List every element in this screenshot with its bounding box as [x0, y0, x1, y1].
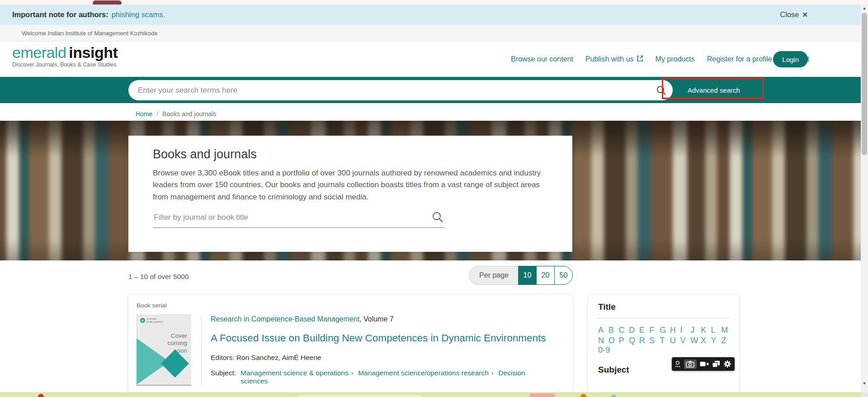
serial-volume: , Volume 7: [359, 315, 394, 323]
subject-label: Subject:: [211, 369, 236, 385]
letter-link[interactable]: B: [609, 326, 619, 335]
letter-link[interactable]: U: [670, 336, 680, 345]
subject-row: Subject: Management science & operations…: [211, 369, 553, 385]
taskbar-gray-dot[interactable]: [611, 394, 616, 397]
top-window-sliver: [0, 0, 868, 5]
letter-link[interactable]: Q: [629, 336, 639, 345]
notice-bar: Important note for authors: phishing sca…: [0, 5, 868, 25]
letter-link[interactable]: A: [598, 326, 609, 335]
divider: [201, 314, 202, 386]
welcome-text: Welcome Indian Institute of Management K…: [22, 30, 157, 37]
letter-link[interactable]: W: [690, 336, 701, 345]
copy-stack-icon[interactable]: [712, 360, 720, 368]
scroll-down-arrow[interactable]: ▼: [861, 380, 868, 387]
breadcrumb-separator: /: [156, 110, 158, 118]
search-band: Advanced search: [0, 77, 868, 103]
letter-link[interactable]: C: [618, 326, 629, 335]
letter-link[interactable]: J: [690, 326, 701, 335]
search-pill: [128, 80, 673, 100]
letter-link[interactable]: S: [649, 336, 660, 345]
taskbar-red-dot[interactable]: [38, 394, 44, 397]
external-link-icon: [637, 55, 643, 64]
letter-link[interactable]: I: [680, 326, 691, 335]
nav-item[interactable]: My products: [656, 55, 695, 63]
divider: [598, 318, 729, 318]
selection-options-icon[interactable]: [675, 361, 681, 368]
results-count: 1 – 10 of over 5000: [128, 273, 189, 281]
emerald-insight-logo[interactable]: emeraldinsight Discover Journals, Books …: [12, 44, 118, 68]
filter-search-icon[interactable]: [432, 211, 443, 225]
logo-word-emerald: emerald: [12, 44, 66, 61]
page-scrollbar[interactable]: ▲ ▼: [861, 5, 868, 392]
title-filter: [153, 209, 444, 228]
letter-link[interactable]: L: [711, 326, 722, 335]
filter-sidebar: Title A B C D E F G H I J: [588, 295, 739, 392]
per-page-option[interactable]: 20: [536, 266, 555, 285]
letter-link[interactable]: R: [639, 336, 650, 345]
book-editors: Editors: Ron Sanchez, AimÉ Heene: [211, 354, 553, 362]
subject-link[interactable]: Management science/operations research: [358, 369, 489, 377]
main-nav: Browse our content Publish with us My pr…: [511, 42, 809, 77]
letter-link[interactable]: X: [701, 336, 711, 345]
numeric-link[interactable]: 0-9: [598, 345, 610, 354]
book-info: Research in Competence-Based Management,…: [211, 314, 553, 386]
advanced-search-highlight-box: [662, 78, 764, 99]
letter-link[interactable]: T: [660, 336, 670, 345]
title-filter-input[interactable]: [153, 209, 444, 228]
video-camera-icon[interactable]: [700, 361, 709, 367]
letter-link[interactable]: H: [670, 326, 680, 335]
login-button[interactable]: Login: [773, 51, 808, 67]
letter-link[interactable]: G: [660, 326, 670, 335]
publisher-name: emerald: [146, 317, 163, 321]
camera-icon[interactable]: [684, 359, 697, 369]
letter-link[interactable]: D: [629, 326, 639, 335]
browser-tab-sliver[interactable]: [93, 0, 122, 5]
letter-link[interactable]: O: [609, 336, 619, 345]
per-page-option[interactable]: 10: [518, 266, 537, 285]
nav-item[interactable]: Register for a profile: [707, 55, 772, 63]
letter-link[interactable]: V: [680, 336, 691, 345]
letter-link[interactable]: Y: [711, 336, 722, 345]
scrollbar-thumb[interactable]: [862, 13, 867, 155]
page-description: Browse over 3,300 eBook titles and a por…: [153, 167, 547, 203]
per-page-control: Per page 10 20 50: [469, 266, 573, 285]
phishing-scams-link[interactable]: phishing scams.: [112, 10, 165, 19]
capture-toolbar-overlay: [672, 357, 735, 371]
letter-link[interactable]: N: [598, 336, 609, 345]
book-title-link[interactable]: A Focused Issue on Building New Competen…: [211, 332, 553, 344]
search-input[interactable]: [128, 80, 673, 100]
taskbar-orange-dot[interactable]: [580, 394, 586, 397]
welcome-strip: Welcome Indian Institute of Management K…: [0, 25, 868, 42]
notice-text: Important note for authors:: [12, 10, 108, 19]
taskbar-pink-item[interactable]: [530, 393, 555, 397]
letter-link[interactable]: F: [649, 326, 660, 335]
subject-link[interactable]: Management science & operations: [241, 369, 349, 377]
notice-close-button[interactable]: Close ✕: [780, 10, 808, 19]
gear-icon[interactable]: [723, 360, 731, 368]
nav-item-label: My products: [656, 55, 695, 63]
nav-item[interactable]: Publish with us: [585, 55, 643, 64]
logo-tagline: Discover Journals, Books & Case Studies: [12, 61, 118, 68]
letter-link[interactable]: M: [721, 326, 731, 335]
browser-viewport: Important note for authors: phishing sca…: [0, 0, 868, 397]
breadcrumb-home-link[interactable]: Home: [136, 110, 152, 118]
hero-section: Books and journals Browse over 3,300 eBo…: [0, 121, 868, 260]
letter-link[interactable]: K: [701, 326, 711, 335]
nav-item[interactable]: Browse our content: [511, 55, 573, 63]
alphabet-index: A B C D E F G H I J K L: [598, 326, 732, 345]
per-page-option[interactable]: 50: [554, 266, 573, 285]
logo-word-insight: insight: [69, 44, 118, 61]
book-cover-thumbnail[interactable]: e emerald PUBLISHING Cover coming soon: [137, 314, 191, 386]
search-result-card: Book serial e emerald PUBLISHING Cover c…: [128, 295, 573, 392]
scroll-up-arrow[interactable]: ▲: [861, 5, 868, 12]
breadcrumb-current: Books and journals: [162, 110, 216, 118]
taskbar-panel[interactable]: [297, 394, 422, 397]
serial-title-link[interactable]: Research in Competence-Based Management: [211, 315, 359, 323]
subject-separator: ›: [351, 369, 354, 377]
per-page-label: Per page: [469, 266, 519, 285]
letter-link[interactable]: Z: [721, 336, 731, 345]
letter-link[interactable]: E: [639, 326, 650, 335]
results-row: 1 – 10 of over 5000 Per page 10 20 50: [128, 266, 573, 285]
nav-item-label: Publish with us: [585, 55, 634, 63]
letter-link[interactable]: P: [618, 336, 629, 345]
